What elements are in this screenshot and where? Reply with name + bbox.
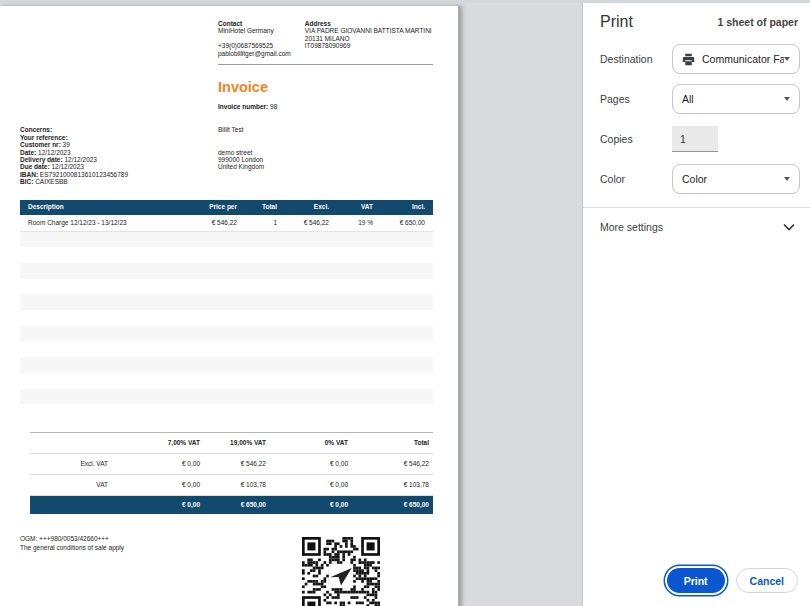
empty-table-row <box>20 279 433 295</box>
address-heading: Address <box>305 20 331 27</box>
invoice-page: Contact MiniHotel Germany +39(0)06875695… <box>0 6 460 606</box>
pages-value: All <box>682 93 694 105</box>
table-cell: Price per <box>179 203 239 210</box>
summary-row: VAT€ 0,00€ 103,78€ 0,00€ 103,78 <box>30 475 433 496</box>
empty-table-row <box>20 294 433 310</box>
summary-cell: 7,00% VAT <box>110 439 202 446</box>
vat-summary-table: 7,00% VAT19,00% VAT0% VATTotalExcl. VAT€… <box>30 432 433 514</box>
billto-city: 999000 London <box>218 156 358 163</box>
billto-name: Billit Test <box>218 126 358 133</box>
table-cell: Total <box>239 203 279 210</box>
summary-cell: € 650,00 <box>202 501 268 508</box>
destination-select[interactable]: Communicator Fax <box>672 44 800 74</box>
copies-label: Copies <box>600 133 633 145</box>
chevron-down-icon <box>783 223 795 231</box>
meta-line: Due date: 12/12/2023 <box>20 163 218 170</box>
items-table-body: Room Charge 12/12/23 - 13/12/23€ 546,221… <box>20 215 433 232</box>
invoice-info: Concerns:Your reference:Customer nr: 39D… <box>20 126 433 185</box>
meta-line: Concerns: <box>20 126 218 133</box>
dialog-buttons: Print Cancel <box>583 568 810 606</box>
bill-to-block: Billit Test demo street 999000 London Un… <box>218 126 358 185</box>
summary-cell: € 103,78 <box>202 481 268 488</box>
color-value: Color <box>682 173 707 185</box>
summary-cell: € 103,78 <box>350 481 433 488</box>
empty-table-row <box>20 310 433 326</box>
print-button[interactable]: Print <box>667 568 725 593</box>
meta-line: IBAN: ES7921000813610123456789 <box>20 171 218 178</box>
copies-input[interactable] <box>672 126 718 152</box>
print-dialog-title: Print <box>600 13 633 31</box>
table-cell: € 546,22 <box>279 219 331 226</box>
printer-icon <box>682 53 695 66</box>
summary-cell: € 650,00 <box>350 501 433 508</box>
invoice-footer: OGM: +++980/0053/42660+++ The general co… <box>20 534 433 606</box>
invoice-number: Invoice number: 98 <box>218 103 433 110</box>
meta-line: Delivery date: 12/12/2023 <box>20 156 218 163</box>
summary-cell: VAT <box>30 481 110 488</box>
pages-select[interactable]: All <box>672 84 800 114</box>
copies-row: Copies <box>583 119 810 159</box>
address-line1: VIA PADRE GIOVANNI BATTISTA MARTINI <box>305 27 433 34</box>
address-line3: IT09878090969 <box>305 42 433 49</box>
table-cell: 1 <box>239 219 279 226</box>
destination-row: Destination Communicator Fax <box>583 39 810 79</box>
table-cell: Incl. <box>375 203 433 210</box>
meta-line: Customer nr: 39 <box>20 141 218 148</box>
color-label: Color <box>600 173 625 185</box>
contact-email: pablobillitger@gmail.com <box>218 50 305 57</box>
summary-cell: 0% VAT <box>268 439 350 446</box>
table-cell: Description <box>20 203 179 210</box>
contact-company: MiniHotel Germany <box>218 27 305 34</box>
items-table-header: DescriptionPrice perTotalExcl.VATIncl. <box>20 200 433 215</box>
cancel-button[interactable]: Cancel <box>736 568 798 593</box>
header-divider <box>218 64 433 65</box>
summary-cell: € 0,00 <box>268 460 350 467</box>
summary-cell: € 0,00 <box>268 481 350 488</box>
more-settings-label: More settings <box>600 221 663 233</box>
table-cell: VAT <box>331 203 375 210</box>
empty-table-row <box>20 357 433 373</box>
empty-table-row <box>20 373 433 389</box>
table-cell: € 546,22 <box>179 219 239 226</box>
empty-table-row <box>20 326 433 342</box>
color-select[interactable]: Color <box>672 164 800 194</box>
qr-code <box>302 537 380 606</box>
summary-cell: € 0,00 <box>110 481 202 488</box>
summary-cell: € 0,00 <box>268 501 350 508</box>
pages-label: Pages <box>600 93 630 105</box>
print-preview-pane[interactable]: Contact MiniHotel Germany +39(0)06875695… <box>0 3 582 606</box>
summary-row: Excl. VAT€ 0,00€ 546,22€ 0,00€ 546,22 <box>30 454 433 475</box>
meta-line: Your reference: <box>20 134 218 141</box>
table-cell: Room Charge 12/12/23 - 13/12/23 <box>20 219 179 226</box>
summary-cell: Excl. VAT <box>30 460 110 467</box>
meta-line: Date: 12/12/2023 <box>20 149 218 156</box>
invoice-header: Contact MiniHotel Germany +39(0)06875695… <box>218 20 433 57</box>
invoice-title: Invoice <box>218 80 433 94</box>
empty-table-row <box>20 263 433 279</box>
table-cell: € 650,00 <box>375 219 433 226</box>
table-cell: 19 % <box>331 219 375 226</box>
table-row: Room Charge 12/12/23 - 13/12/23€ 546,221… <box>20 215 433 232</box>
summary-cell: € 0,00 <box>110 501 202 508</box>
print-dialog: Contact MiniHotel Germany +39(0)06875695… <box>0 0 810 606</box>
chevron-down-icon <box>784 57 790 61</box>
color-row: Color Color <box>583 159 810 199</box>
chevron-down-icon <box>784 177 790 181</box>
summary-cell: Total <box>350 439 433 446</box>
empty-table-row <box>20 247 433 263</box>
empty-table-row <box>20 389 433 405</box>
more-settings-toggle[interactable]: More settings <box>583 208 810 246</box>
empty-table-row <box>20 341 433 357</box>
invoice-meta-block: Concerns:Your reference:Customer nr: 39D… <box>20 126 218 185</box>
address-block: Address VIA PADRE GIOVANNI BATTISTA MART… <box>305 20 433 57</box>
print-settings-panel: Print 1 sheet of paper Destination Commu… <box>582 3 810 606</box>
summary-row: € 0,00€ 650,00€ 0,00€ 650,00 <box>30 496 433 514</box>
table-cell: Excl. <box>279 203 331 210</box>
panel-header: Print 1 sheet of paper <box>583 3 810 39</box>
conditions-line: The general conditions of sale apply <box>20 543 260 553</box>
items-empty-rows <box>20 232 433 420</box>
summary-cell: € 0,00 <box>110 460 202 467</box>
ogm-line: OGM: +++980/0053/42660+++ <box>20 534 260 544</box>
contact-heading: Contact <box>218 20 242 27</box>
meta-line: BIC: CAIXESBB <box>20 178 218 185</box>
